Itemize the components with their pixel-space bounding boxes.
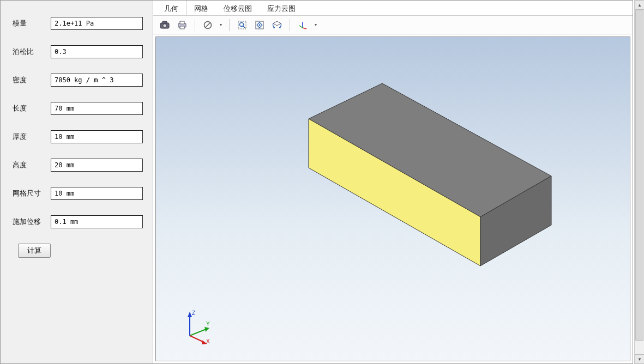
- tab-mesh[interactable]: 网格: [186, 1, 216, 16]
- label-density: 密度: [13, 75, 51, 85]
- input-density[interactable]: [51, 74, 143, 87]
- view-toolbar: ▾ ▾: [153, 16, 633, 34]
- label-height: 高度: [13, 160, 51, 170]
- calculate-button[interactable]: 计算: [18, 244, 51, 258]
- fit-view-icon[interactable]: [252, 18, 267, 32]
- scroll-track[interactable]: [635, 10, 644, 354]
- svg-line-17: [299, 26, 303, 28]
- input-modulus[interactable]: [51, 17, 143, 30]
- row-modulus: 模量: [13, 17, 143, 30]
- axes-dropdown[interactable]: ▾: [313, 22, 318, 27]
- print-icon[interactable]: [175, 18, 189, 32]
- zoom-box-icon[interactable]: [235, 18, 249, 32]
- svg-line-10: [243, 26, 245, 28]
- app-window: 模量 泊松比 密度 长度 厚度 高度 网格尺寸 施加位移: [0, 0, 633, 364]
- input-thickness[interactable]: [51, 130, 143, 143]
- window-scrollbar[interactable]: ▲ ▼: [634, 0, 644, 364]
- svg-rect-1: [162, 21, 167, 23]
- label-thickness: 厚度: [13, 132, 51, 142]
- svg-point-9: [240, 22, 244, 26]
- toolbar-separator-1: [195, 19, 195, 31]
- axis-y-label: Y: [206, 321, 210, 327]
- svg-point-2: [163, 23, 166, 27]
- svg-rect-4: [180, 21, 184, 24]
- rotate-icon[interactable]: [270, 18, 284, 32]
- toolbar-separator-3: [290, 19, 290, 31]
- label-poisson: 泊松比: [13, 47, 51, 57]
- input-height[interactable]: [51, 159, 143, 172]
- scroll-down-button[interactable]: ▼: [635, 354, 644, 364]
- label-displacement: 施加位移: [13, 217, 51, 227]
- input-displacement[interactable]: [51, 215, 143, 228]
- svg-line-16: [303, 28, 306, 29]
- label-length: 长度: [13, 104, 51, 113]
- row-displacement: 施加位移: [13, 215, 143, 228]
- row-height: 高度: [13, 159, 143, 172]
- axes-icon[interactable]: [296, 18, 310, 32]
- axis-x-label: X: [206, 338, 210, 344]
- row-thickness: 厚度: [13, 130, 143, 143]
- axis-z-label: Z: [192, 310, 195, 316]
- geometry-block: [224, 78, 562, 307]
- forbid-icon[interactable]: [201, 18, 215, 32]
- input-length[interactable]: [51, 102, 143, 115]
- view-panel: 几何 网格 位移云图 应力云图 ▾: [153, 1, 633, 363]
- svg-line-23: [190, 329, 206, 336]
- input-mesh-size[interactable]: [51, 187, 143, 200]
- toolbar-separator-2: [229, 19, 230, 31]
- tab-stress-contour[interactable]: 应力云图: [260, 1, 303, 16]
- tab-displacement-contour[interactable]: 位移云图: [216, 1, 260, 16]
- axis-triad: Z Y X: [180, 307, 218, 345]
- svg-marker-22: [188, 312, 192, 317]
- scroll-thumb[interactable]: [635, 10, 643, 341]
- scroll-up-button[interactable]: ▲: [635, 0, 644, 10]
- svg-point-12: [259, 24, 261, 26]
- view-tabs: 几何 网格 位移云图 应力云图: [153, 1, 633, 16]
- label-modulus: 模量: [13, 19, 51, 28]
- row-poisson: 泊松比: [13, 45, 143, 58]
- viewport-3d[interactable]: Z Y X: [155, 37, 630, 361]
- svg-marker-24: [204, 327, 209, 332]
- row-density: 密度: [13, 74, 143, 87]
- input-poisson[interactable]: [51, 45, 143, 58]
- svg-rect-5: [180, 26, 184, 29]
- label-mesh-size: 网格尺寸: [13, 189, 51, 198]
- row-mesh-size: 网格尺寸: [13, 187, 143, 200]
- row-length: 长度: [13, 102, 143, 115]
- svg-line-7: [206, 22, 210, 27]
- camera-icon[interactable]: [158, 18, 172, 32]
- parameter-panel: 模量 泊松比 密度 长度 厚度 高度 网格尺寸 施加位移: [1, 1, 153, 363]
- tab-geometry[interactable]: 几何: [157, 1, 186, 16]
- forbid-dropdown[interactable]: ▾: [218, 22, 224, 27]
